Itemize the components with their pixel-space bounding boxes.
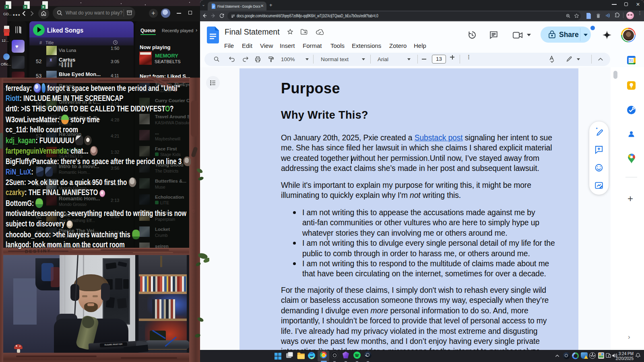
svg-text:31: 31 [629, 58, 633, 62]
